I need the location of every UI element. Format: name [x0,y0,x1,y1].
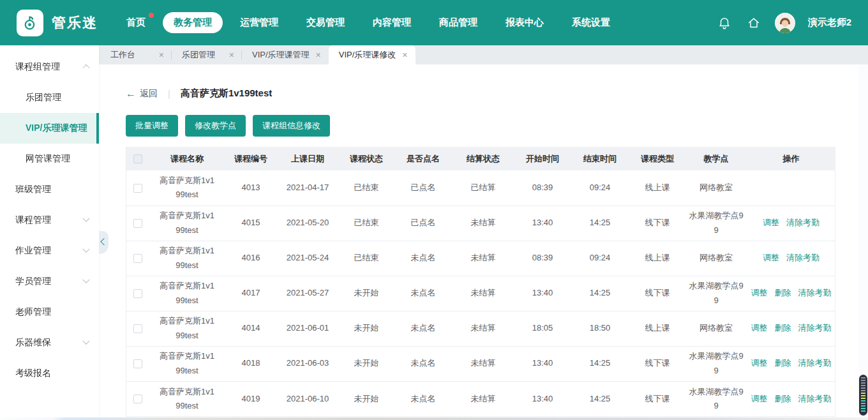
venue: 水果湖教学点99 [689,279,744,307]
sidebar-item-乐器维保[interactable]: 乐器维保 [0,327,99,358]
nav-item-教务管理[interactable]: 教务管理 [163,12,223,33]
sidebar-item-课程管理[interactable]: 课程管理 [0,205,99,236]
tab-close-icon[interactable]: × [402,50,407,59]
clear-attendance-link[interactable]: 清除考勤 [798,356,832,370]
sidebar-item-班级管理[interactable]: 班级管理 [0,174,99,205]
row-checkbox[interactable] [133,324,142,333]
cell-start-time: 13:40 [514,206,571,241]
nav-item-运营管理[interactable]: 运营管理 [229,12,289,33]
cell-end-time: 18:50 [571,311,629,346]
table-row: 高音萨克斯1v199test40132021-04-17已结束已点名已结算08:… [126,170,835,206]
column-header-开始时间: 开始时间 [514,147,571,170]
nav-item-交易管理[interactable]: 交易管理 [296,12,355,33]
nav-item-label: 运营管理 [240,17,278,27]
tab-工作台[interactable]: 工作台× [100,45,172,64]
nav-item-报表中心[interactable]: 报表中心 [495,12,555,33]
vertical-scrollbar-track[interactable] [858,64,868,417]
cell-end-time: 14:25 [571,346,629,381]
cell-class-date: 2021-06-03 [277,346,338,381]
table-body: 高音萨克斯1v199test40132021-04-17已结束已点名已结算08:… [126,170,835,416]
user-avatar[interactable] [775,13,795,33]
tab-VIP/乐理课修改[interactable]: VIP/乐理课修改× [329,45,415,64]
tab-close-icon[interactable]: × [159,50,164,59]
cell-venue: 网络教室 [685,170,747,206]
change-venue-button[interactable]: 修改教学点 [185,115,246,137]
home-icon[interactable] [745,15,762,31]
delete-link[interactable]: 删除 [775,392,791,406]
sidebar-item-考级报名[interactable]: 考级报名 [0,358,99,389]
cell-class-date: 2021-05-27 [277,276,338,311]
batch-adjust-button[interactable]: 批量调整 [126,115,178,137]
cell-settlement-status: 已结算 [452,170,514,206]
cell-start-time: 08:39 [514,170,571,206]
cell-rollcall-status: 未点名 [394,381,452,416]
chevron-down-icon [82,338,89,345]
row-checkbox[interactable] [133,254,142,263]
tab-VIP/乐理课管理[interactable]: VIP/乐理课管理× [242,45,329,64]
row-checkbox[interactable] [133,394,142,403]
sidebar-item-乐团管理[interactable]: 乐团管理 [0,82,99,113]
row-checkbox[interactable] [133,289,142,298]
venue: 网络教室 [689,251,744,265]
tab-close-icon[interactable]: × [316,50,321,59]
sidebar-item-label: 乐器维保 [15,337,51,349]
cell-course-type: 线下课 [629,276,685,311]
clear-attendance-link[interactable]: 清除考勤 [798,321,832,335]
row-actions: 调整删除清除考勤 [747,286,835,300]
clear-attendance-link[interactable]: 清除考勤 [798,286,832,300]
sidebar-item-作业管理[interactable]: 作业管理 [0,236,99,266]
cell-course-name: 高音萨克斯1v199test [149,346,225,381]
app-logo[interactable]: 管乐迷 [17,10,98,36]
clear-attendance-link[interactable]: 清除考勤 [786,251,819,265]
cell-course-name: 高音萨克斯1v199test [149,241,225,276]
user-name[interactable]: 演示老师2 [808,17,851,29]
select-all-checkbox[interactable] [133,154,142,163]
delete-link[interactable]: 删除 [775,321,791,335]
sidebar-item-label: 作业管理 [15,245,51,257]
vertical-scrollbar-thumb[interactable] [859,375,867,416]
edit-course-group-info-button[interactable]: 课程组信息修改 [253,115,330,137]
delete-link[interactable]: 删除 [775,286,791,300]
venue: 水果湖教学点99 [689,349,744,377]
adjust-link[interactable]: 调整 [763,251,779,265]
clear-attendance-link[interactable]: 清除考勤 [786,216,819,230]
adjust-link[interactable]: 调整 [751,286,768,300]
tab-close-icon[interactable]: × [229,50,234,59]
sidebar-item-老师管理[interactable]: 老师管理 [0,297,99,327]
sidebar-item-网管课管理[interactable]: 网管课管理 [0,144,99,174]
cell-course-type: 线下课 [629,346,685,381]
horizontal-scrollbar-strip[interactable] [0,417,868,420]
adjust-link[interactable]: 调整 [763,216,779,230]
adjust-link[interactable]: 调整 [751,392,768,406]
cell-rollcall-status: 已点名 [394,206,452,241]
sidebar-item-学员管理[interactable]: 学员管理 [0,266,99,297]
back-button[interactable]: ← 返回 [126,88,158,100]
cell-start-time: 13:40 [514,346,571,381]
sidebar-item-课程组管理[interactable]: 课程组管理 [0,52,99,82]
cell-rollcall-status: 已点名 [394,170,452,206]
cell-actions: 调整删除清除考勤 [747,346,835,381]
adjust-link[interactable]: 调整 [751,321,768,335]
nav-item-商品管理[interactable]: 商品管理 [428,12,488,33]
cell-course-status: 未开始 [338,311,394,346]
row-checkbox[interactable] [133,359,142,368]
column-header-是否点名: 是否点名 [394,147,452,170]
row-checkbox-cell [126,241,149,276]
sidebar-item-label: 老师管理 [15,306,51,318]
row-checkbox[interactable] [133,184,142,193]
cell-course-status: 未开始 [338,346,394,381]
bell-icon[interactable] [716,15,733,31]
sidebar-item-VIP/乐理课管理[interactable]: VIP/乐理课管理 [0,113,99,144]
cell-course-name: 高音萨克斯1v199test [149,170,225,206]
cell-class-date: 2021-05-20 [277,206,338,241]
tab-乐团管理[interactable]: 乐团管理× [172,45,242,64]
row-checkbox[interactable] [133,219,142,228]
chevron-down-icon [82,276,89,283]
clear-attendance-link[interactable]: 清除考勤 [798,392,832,406]
delete-link[interactable]: 删除 [775,356,791,370]
nav-item-首页[interactable]: 首页 [116,12,156,33]
adjust-link[interactable]: 调整 [751,356,768,370]
nav-item-内容管理[interactable]: 内容管理 [362,12,422,33]
nav-item-系统设置[interactable]: 系统设置 [561,12,621,33]
column-header-课程类型: 课程类型 [629,147,685,170]
